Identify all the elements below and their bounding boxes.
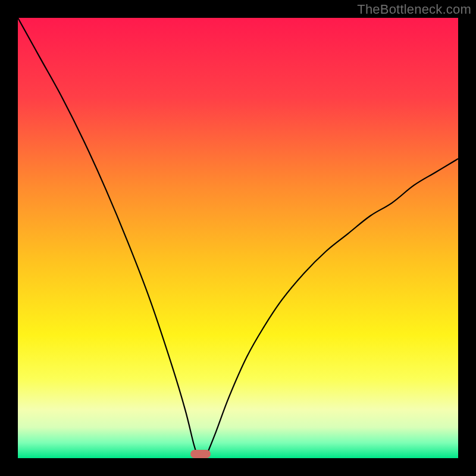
minimum-marker: [190, 450, 211, 458]
plot-area: [18, 18, 458, 458]
chart-frame: TheBottleneck.com: [0, 0, 476, 476]
curve-right-branch: [207, 159, 458, 454]
bottleneck-curve: [18, 18, 458, 458]
curve-left-branch: [18, 18, 198, 458]
watermark-text: TheBottleneck.com: [357, 2, 471, 17]
